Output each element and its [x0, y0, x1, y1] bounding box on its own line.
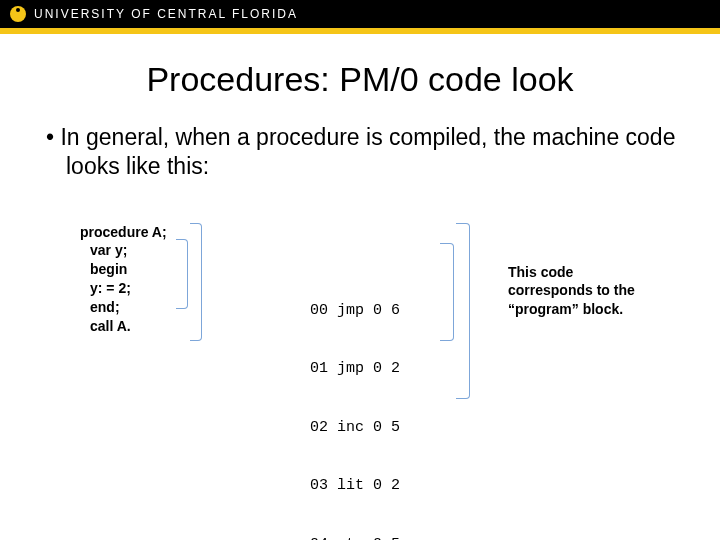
content-row: procedure A; var y; begin y: = 2; end; c…	[40, 223, 680, 541]
slide-title: Procedures: PM/0 code look	[40, 60, 680, 99]
mc-line: 00 jmp 0 6	[310, 301, 500, 321]
machine-code-block: 00 jmp 0 6 01 jmp 0 2 02 inc 0 5 03 lit …	[310, 223, 500, 541]
bullet-main: In general, when a procedure is compiled…	[46, 123, 680, 181]
bracket-machine-outer	[456, 223, 470, 399]
src-line: y: = 2;	[80, 279, 250, 298]
org-name: UNIVERSITY OF CENTRAL FLORIDA	[34, 7, 298, 21]
header-bar: UNIVERSITY OF CENTRAL FLORIDA	[0, 0, 720, 28]
ucf-pegasus-icon	[10, 6, 26, 22]
mc-line: 03 lit 0 2	[310, 476, 500, 496]
mc-line: 02 inc 0 5	[310, 418, 500, 438]
src-line: call A.	[80, 317, 250, 336]
mc-line: 01 jmp 0 2	[310, 359, 500, 379]
src-line: begin	[80, 260, 250, 279]
src-line: end;	[80, 298, 250, 317]
annotation-note: This code corresponds to the “program” b…	[508, 263, 648, 320]
source-code-block: procedure A; var y; begin y: = 2; end; c…	[80, 223, 250, 336]
slide-body: Procedures: PM/0 code look In general, w…	[0, 34, 720, 540]
src-line: procedure A;	[80, 223, 250, 242]
bracket-source-outer	[190, 223, 202, 341]
bracket-source-inner	[176, 239, 188, 309]
src-line: var y;	[80, 241, 250, 260]
mc-line: 04 sto 0 5	[310, 535, 500, 541]
bracket-machine-inner	[440, 243, 454, 341]
